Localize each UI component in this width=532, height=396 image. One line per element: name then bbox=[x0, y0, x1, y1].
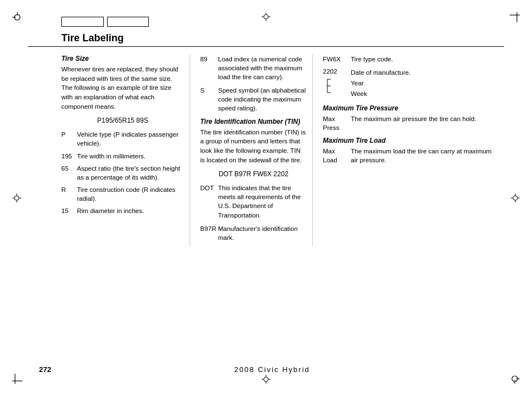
svg-point-25 bbox=[513, 196, 518, 200]
footer-center-text: 2008 Civic Hybrid bbox=[51, 365, 493, 374]
tire-size-desc: Whenever tires are replaced, they should… bbox=[61, 65, 184, 111]
crosshair-bottom bbox=[262, 375, 270, 384]
spec-desc-fw6x: Tire type code. bbox=[351, 55, 493, 64]
col-right: FW6X Tire type code. 2202 Date of manufa… bbox=[312, 55, 493, 247]
date-labels: Year Week bbox=[351, 78, 367, 99]
date-bracket-spacer bbox=[323, 78, 351, 99]
spec-desc-max-load: The maximum load the tire can carry at m… bbox=[351, 147, 493, 165]
footer: 272 2008 Civic Hybrid bbox=[0, 365, 532, 374]
spec-code-195: 195 bbox=[61, 152, 77, 161]
date-label: Date of manufacture. bbox=[351, 68, 493, 77]
main-content: Tire Size Whenever tires are replaced, t… bbox=[28, 55, 504, 247]
col-left: Tire Size Whenever tires are replaced, t… bbox=[61, 55, 190, 247]
spec-code-s: S bbox=[200, 86, 218, 113]
spec-code-89: 89 bbox=[200, 55, 218, 81]
spec-code-15: 15 bbox=[61, 206, 77, 215]
spec-row-p: P Vehicle type (P indicates passenger ve… bbox=[61, 130, 184, 148]
svg-point-20 bbox=[14, 196, 19, 200]
spec-row-89: 89 Load index (a numerical code associat… bbox=[200, 55, 307, 81]
example-dot: DOT B97R FW6X 2202 bbox=[200, 170, 307, 178]
svg-point-15 bbox=[264, 377, 268, 381]
title-section: Tire Labeling bbox=[28, 32, 504, 47]
header-tabs bbox=[61, 17, 149, 27]
spec-row-15: 15 Rim diameter in inches. bbox=[61, 206, 184, 215]
spec-desc-p: Vehicle type (P indicates passenger vehi… bbox=[77, 130, 184, 148]
week-label: Week bbox=[351, 89, 367, 99]
spec-code-b97r: B97R bbox=[200, 224, 218, 242]
max-load-title: Maximum Tire Load bbox=[323, 137, 493, 144]
tire-size-title: Tire Size bbox=[61, 55, 184, 62]
corner-mark-tl bbox=[12, 12, 22, 22]
page: Tire Labeling Tire Size Whenever tires a… bbox=[0, 0, 532, 396]
header-tab-2 bbox=[107, 17, 149, 27]
date-code-2202: 2202 bbox=[323, 68, 351, 77]
spec-code-max-press: Max Press bbox=[323, 114, 351, 132]
spec-code-65: 65 bbox=[61, 164, 77, 182]
corner-mark-tr bbox=[510, 12, 520, 22]
spec-row-r: R Tire construction code (R indicates ra… bbox=[61, 185, 184, 203]
crosshair-top bbox=[262, 12, 270, 21]
spec-code-p: P bbox=[61, 130, 77, 148]
spec-desc-r: Tire construction code (R indicates radi… bbox=[77, 185, 184, 203]
date-bracket-svg bbox=[323, 78, 345, 94]
spec-row-65: 65 Aspect ratio (the tire's section heig… bbox=[61, 164, 184, 182]
max-pressure-title: Maximum Tire Pressure bbox=[323, 104, 493, 112]
tin-title: Tire Identification Number (TIN) bbox=[200, 118, 307, 125]
spec-code-fw6x: FW6X bbox=[323, 55, 351, 64]
page-title: Tire Labeling bbox=[61, 32, 124, 44]
spec-code-dot: DOT bbox=[200, 183, 218, 219]
spec-row-max-load: Max Load The maximum load the tire can c… bbox=[323, 147, 493, 165]
date-row: 2202 Date of manufacture. bbox=[323, 68, 493, 77]
date-bracket-section: Year Week bbox=[323, 78, 493, 99]
spec-row-195: 195 Tire width in millimeters. bbox=[61, 152, 184, 161]
spec-desc-s: Speed symbol (an alphabetical code indic… bbox=[218, 86, 307, 113]
spec-row-max-press: Max Press The maximum air pressure the t… bbox=[323, 114, 493, 132]
year-label: Year bbox=[351, 78, 367, 88]
spec-desc-65: Aspect ratio (the tire's section height … bbox=[77, 164, 184, 182]
spec-row-s: S Speed symbol (an alphabetical code ind… bbox=[200, 86, 307, 113]
col-middle: 89 Load index (a numerical code associat… bbox=[190, 55, 312, 247]
corner-mark-bl bbox=[12, 374, 22, 384]
spec-code-max-load: Max Load bbox=[323, 147, 351, 165]
spec-row-dot: DOT This indicates that the tire meets a… bbox=[200, 183, 307, 219]
crosshair-right bbox=[511, 194, 520, 202]
spec-desc-max-press: The maximum air pressure the tire can ho… bbox=[351, 114, 493, 132]
spec-desc-dot: This indicates that the tire meets all r… bbox=[218, 183, 307, 219]
spec-row-b97r: B97R Manufacturer's identification mark. bbox=[200, 224, 307, 242]
spec-desc-89: Load index (a numerical code associated … bbox=[218, 55, 307, 81]
spec-desc-b97r: Manufacturer's identification mark. bbox=[218, 224, 307, 242]
header-tab-1 bbox=[61, 17, 104, 27]
corner-mark-br bbox=[510, 374, 520, 384]
tin-desc: The tire identification number (TIN) is … bbox=[200, 128, 307, 165]
crosshair-left bbox=[12, 194, 21, 202]
page-number: 272 bbox=[39, 365, 51, 374]
spec-code-r: R bbox=[61, 185, 77, 203]
example-tire-size: P195/65R15 89S bbox=[61, 117, 184, 124]
spec-desc-15: Rim diameter in inches. bbox=[77, 206, 184, 215]
svg-point-10 bbox=[264, 15, 268, 19]
spec-row-fw6x: FW6X Tire type code. bbox=[323, 55, 493, 64]
spec-desc-195: Tire width in millimeters. bbox=[77, 152, 184, 161]
